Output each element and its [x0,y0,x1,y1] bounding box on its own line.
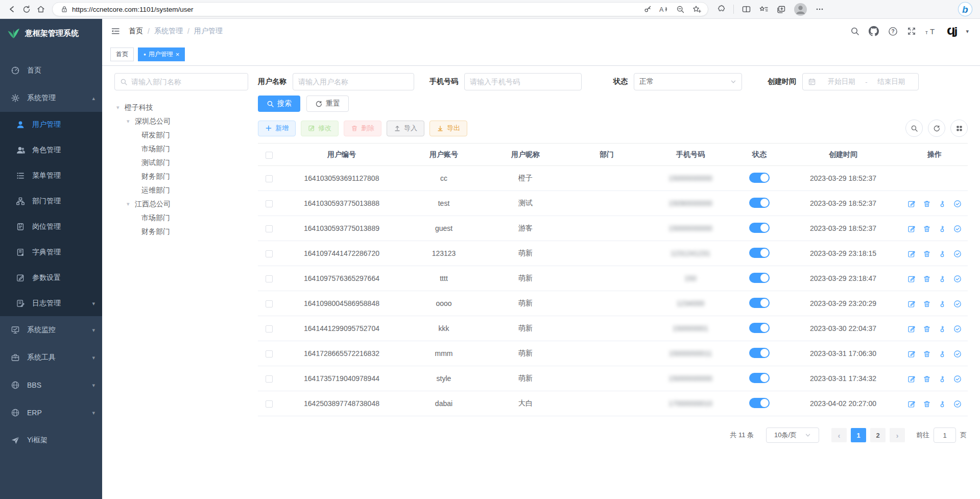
status-toggle[interactable] [749,323,770,333]
close-icon[interactable]: × [176,51,180,58]
sidebar-item-dept[interactable]: 部门管理 [0,188,102,214]
dept-search-input[interactable] [131,78,243,86]
reset-button[interactable]: 重置 [306,96,349,112]
sidebar-item-system[interactable]: 系统管理▴ [0,84,102,112]
row-checkbox[interactable] [266,225,273,232]
tab-active[interactable]: ●用户管理× [138,47,185,61]
tree-caret-icon[interactable]: ▾ [127,201,135,207]
select-all-checkbox[interactable] [266,152,273,159]
row-delete-button[interactable] [923,375,931,383]
sidebar-item-dict[interactable]: 字典管理 [0,240,102,265]
status-toggle[interactable] [749,348,770,358]
sidebar-item-post[interactable]: 岗位管理 [0,214,102,240]
row-edit-button[interactable] [907,225,916,233]
user-avatar[interactable]: Ϥj [947,25,957,37]
tree-caret-icon[interactable]: ▾ [127,118,135,125]
row-reset-password-button[interactable] [938,200,946,208]
row-delete-button[interactable] [923,325,931,333]
github-icon[interactable] [869,26,879,36]
refresh-icon[interactable] [19,2,34,16]
row-assign-role-button[interactable] [953,400,962,408]
phone-input[interactable] [470,78,576,86]
date-range-picker[interactable]: 开始日期 - 结束日期 [802,73,919,90]
collapse-sidebar-icon[interactable] [110,27,121,36]
row-checkbox[interactable] [266,275,273,282]
add-favorite-icon[interactable] [692,5,702,14]
sidebar-item-log[interactable]: 日志管理▾ [0,291,102,316]
search-icon[interactable] [850,27,859,36]
sidebar-item-role[interactable]: 角色管理 [0,137,102,163]
sidebar-item-user[interactable]: 用户管理 [0,112,102,137]
row-reset-password-button[interactable] [938,250,946,258]
prev-page-button[interactable]: ‹ [831,428,847,442]
row-delete-button[interactable] [923,225,931,233]
row-edit-button[interactable] [907,350,916,358]
status-toggle[interactable] [749,198,770,208]
status-toggle[interactable] [749,248,770,258]
username-input[interactable] [298,78,409,86]
bing-chat-icon[interactable]: b [958,2,973,17]
sidebar-item-erp[interactable]: ERP▾ [0,399,102,426]
search-button[interactable]: 搜索 [258,96,300,112]
password-key-icon[interactable] [643,5,652,13]
row-delete-button[interactable] [923,250,931,258]
split-screen-icon[interactable] [742,5,751,13]
more-menu-icon[interactable] [815,5,824,13]
row-checkbox[interactable] [266,175,273,182]
back-icon[interactable] [5,2,19,16]
tree-node[interactable]: 市场部门 [114,142,248,156]
tree-node[interactable]: ▾橙子科技 [114,101,248,114]
show-search-button[interactable] [905,120,923,137]
import-button[interactable]: 导入 [387,121,424,136]
row-reset-password-button[interactable] [938,275,946,283]
help-icon[interactable]: ? [888,27,898,36]
status-toggle[interactable] [749,273,770,283]
sidebar-item-yi[interactable]: Yi框架 [0,426,102,454]
row-checkbox[interactable] [266,250,273,257]
row-assign-role-button[interactable] [953,375,962,383]
next-page-button[interactable]: › [890,428,905,442]
tree-node[interactable]: 运维部门 [114,183,248,197]
read-aloud-icon[interactable]: A [659,5,669,13]
add-button[interactable]: 新增 [258,121,296,136]
row-assign-role-button[interactable] [953,225,962,233]
row-assign-role-button[interactable] [953,350,962,358]
tree-node[interactable]: 市场部门 [114,211,248,225]
chevron-down-icon[interactable]: ▾ [966,28,969,35]
row-delete-button[interactable] [923,300,931,308]
sidebar-item-home[interactable]: 首页 [0,57,102,84]
status-toggle[interactable] [749,373,770,383]
page-number-button[interactable]: 1 [851,428,866,442]
breadcrumb-item[interactable]: 系统管理 [154,27,183,36]
tree-node[interactable]: 研发部门 [114,128,248,142]
row-checkbox[interactable] [266,200,273,207]
sidebar-item-param[interactable]: 参数设置 [0,265,102,291]
row-delete-button[interactable] [923,350,931,358]
sidebar-item-bbs[interactable]: BBS▾ [0,371,102,399]
row-checkbox[interactable] [266,375,273,383]
row-reset-password-button[interactable] [938,225,946,233]
row-assign-role-button[interactable] [953,325,962,333]
row-reset-password-button[interactable] [938,300,946,308]
tree-node[interactable]: ▾江西总公司 [114,197,248,211]
tab-item[interactable]: 首页 [110,47,134,61]
status-select[interactable]: 正常 [634,73,742,90]
row-reset-password-button[interactable] [938,350,946,358]
profile-avatar-icon[interactable] [794,3,807,16]
row-edit-button[interactable] [907,200,916,208]
edit-button[interactable]: 修改 [301,121,339,136]
tree-node[interactable]: 财务部门 [114,225,248,239]
row-edit-button[interactable] [907,275,916,283]
row-delete-button[interactable] [923,275,931,283]
row-edit-button[interactable] [907,375,916,383]
row-assign-role-button[interactable] [953,200,962,208]
row-assign-role-button[interactable] [953,300,962,308]
row-checkbox[interactable] [266,300,273,307]
url-text[interactable]: https://ccnetcore.com:1101/system/user [72,6,643,13]
row-edit-button[interactable] [907,400,916,408]
row-checkbox[interactable] [266,400,273,408]
tree-caret-icon[interactable]: ▾ [116,104,125,111]
refresh-table-button[interactable] [928,120,945,137]
export-button[interactable]: 导出 [429,121,467,136]
tree-node[interactable]: 财务部门 [114,170,248,183]
